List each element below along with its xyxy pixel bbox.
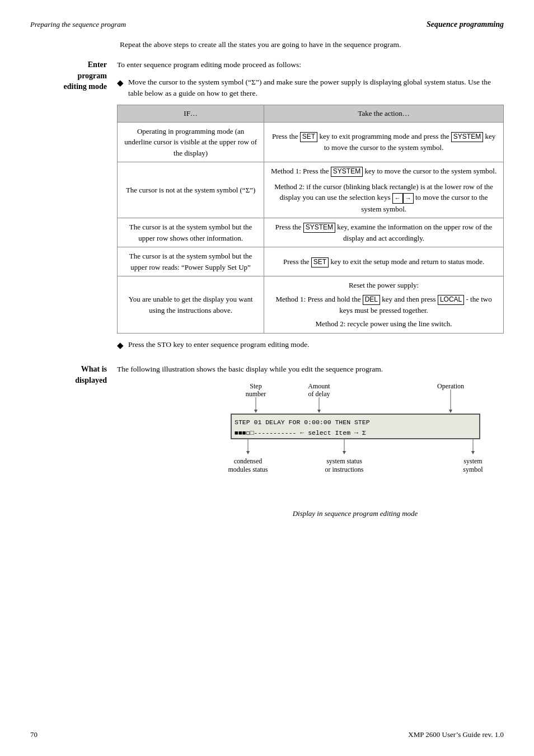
bullet-move-cursor: ◆ Move the cursor to the system symbol (… [117, 77, 504, 100]
page-number: 70 [30, 730, 38, 739]
table-cell-if-4: The cursor is at the system symbol but t… [118, 247, 264, 276]
right-arrow-key: → [403, 193, 414, 204]
table-row: The cursor is at the system symbol but t… [118, 247, 504, 276]
table-cell-action-1: Press the SET key to exit programming mo… [264, 122, 504, 162]
label-operation: Operation [437, 382, 464, 390]
table-header-action: Take the action… [264, 105, 504, 123]
section-content-display: The following illustration shows the bas… [117, 364, 504, 530]
header-left: Preparing the sequence program [30, 20, 126, 29]
label-modules-status: modules status [228, 466, 268, 473]
label-symbol: symbol [463, 466, 483, 473]
action-method2: Method 2: if the cursor (blinking black … [270, 181, 498, 214]
table-cell-action-5: Reset the power supply: Method 1: Press … [264, 276, 504, 333]
action-recycle: Method 2: recycle power using the line s… [270, 318, 498, 330]
table-row: The cursor is at the system symbol but t… [118, 218, 504, 247]
table-cell-action-3: Press the SYSTEM key, examine the inform… [264, 218, 504, 247]
left-arrow-key: ← [392, 193, 403, 204]
page-footer: 70 XMP 2600 User’s Guide rev. 1.0 [30, 730, 504, 739]
label-or-instructions: or instructions [325, 466, 363, 473]
arrowhead-step [254, 410, 257, 413]
key-system-3: SYSTEM [303, 223, 335, 233]
label-step-number2: number [245, 390, 266, 398]
label-step-number: Step [250, 382, 261, 390]
enter-editing-mode-section: Enterprogramediting mode To enter sequen… [30, 59, 504, 356]
header-right: Sequence programming [427, 20, 504, 29]
label-sys-status: system status [326, 457, 362, 465]
display-intro: The following illustration shows the bas… [117, 364, 504, 375]
key-del: DEL [363, 295, 380, 305]
bullet-sto-text: Press the STO key to enter sequence prog… [128, 339, 504, 352]
bullet-sto: ◆ Press the STO key to enter sequence pr… [117, 339, 504, 352]
table-cell-if-2: The cursor is not at the system symbol (… [118, 162, 264, 218]
section-label-display: What isdisplayed [30, 364, 117, 530]
action-del: Method 1: Press and hold the DEL key and… [270, 294, 498, 316]
arrowhead-condensed [246, 451, 250, 454]
diagram-svg: Step number Amount of delay Operation [221, 381, 490, 504]
page: Preparing the sequence program Sequence … [0, 0, 534, 756]
table-header-if: IF… [118, 105, 264, 123]
table-cell-if-5: You are unable to get the display you wa… [118, 276, 264, 333]
label-condensed: condensed [233, 457, 262, 465]
action-reset: Reset the power supply: [270, 280, 498, 291]
key-system-1: SYSTEM [451, 132, 483, 142]
bullet-move-cursor-text: Move the cursor to the system symbol (“Σ… [128, 77, 504, 100]
arrowhead-amount [317, 410, 321, 413]
table-cell-action-4: Press the SET key to exit the setup mode… [264, 247, 504, 276]
table-row: You are unable to get the display you wa… [118, 276, 504, 333]
section-label-enter: Enterprogramediting mode [30, 59, 117, 356]
key-local: LOCAL [438, 295, 464, 305]
what-is-displayed-section: What isdisplayed The following illustrat… [30, 364, 504, 530]
diagram-area: Step number Amount of delay Operation [207, 381, 504, 519]
table-cell-action-2: Method 1: Press the SYSTEM key to move t… [264, 162, 504, 218]
table-cell-if-3: The cursor is at the system symbol but t… [118, 218, 264, 247]
section-content-enter: To enter sequence program editing mode p… [117, 59, 504, 356]
bullet-diamond-2: ◆ [117, 339, 124, 352]
arrow-keys: ←→ [392, 193, 414, 204]
bullet-diamond: ◆ [117, 77, 124, 100]
label-of-delay: of delay [308, 390, 330, 398]
arrowhead-operation [449, 410, 452, 413]
intro-paragraph: Repeat the above steps to create all the… [120, 39, 504, 50]
page-header: Preparing the sequence program Sequence … [30, 20, 504, 29]
label-system: system [463, 457, 483, 465]
diagram-svg-container: Step number Amount of delay Operation [221, 381, 490, 504]
key-set-2: SET [311, 257, 329, 267]
action-method1: Method 1: Press the SYSTEM key to move t… [270, 166, 498, 177]
table-cell-if-1: Operating in programming mode (an underl… [118, 122, 264, 162]
arrowhead-system-symbol [471, 451, 475, 454]
key-set: SET [300, 132, 317, 142]
table-row: The cursor is not at the system symbol (… [118, 162, 504, 218]
table-row: Operating in programming mode (an underl… [118, 122, 504, 162]
info-table: IF… Take the action… Operating in progra… [117, 105, 504, 334]
diagram-caption: Display in sequence program editing mode [293, 508, 418, 519]
document-title: XMP 2600 User’s Guide rev. 1.0 [408, 730, 504, 739]
enter-intro: To enter sequence program editing mode p… [117, 59, 504, 71]
key-system-2: SYSTEM [331, 167, 363, 177]
lcd-row2: ■■■◻□----------- ← select Item → Σ [235, 429, 366, 436]
label-amount-delay: Amount [308, 382, 330, 390]
arrowhead-system-status [343, 451, 346, 454]
lcd-row1: STEP 01 DELAY FOR 0:00:00 THEN STEP [235, 419, 370, 426]
